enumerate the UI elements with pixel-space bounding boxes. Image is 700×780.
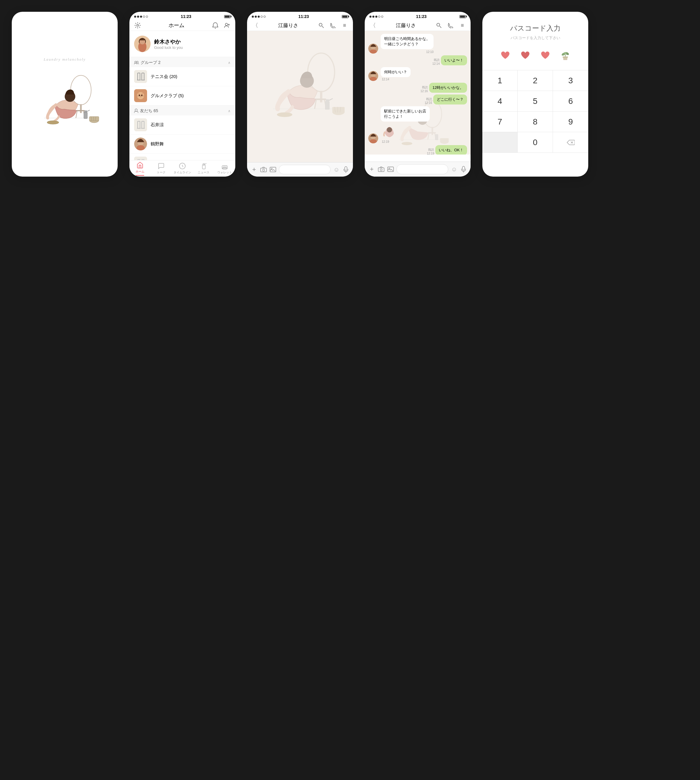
passcode-dot-3	[540, 50, 551, 61]
svg-line-66	[182, 166, 183, 167]
chat-search-icon[interactable]	[318, 22, 325, 29]
image-icon[interactable]	[269, 166, 277, 173]
key-0[interactable]: 0	[518, 132, 553, 153]
dot4	[143, 16, 145, 18]
svg-point-17	[215, 28, 216, 29]
svg-line-69	[205, 164, 207, 164]
passcode-grid: 1 2 3 4 5 6 7 8 9 0	[482, 70, 588, 153]
key-5[interactable]: 5	[518, 91, 553, 112]
svg-rect-80	[315, 99, 326, 100]
settings-icon[interactable]	[134, 22, 141, 29]
camera-icon[interactable]	[260, 166, 267, 173]
woman-illustration	[27, 67, 103, 131]
passcode-dot-2	[520, 50, 531, 61]
profile-section[interactable]: 鈴木さやか Good luck to you	[129, 31, 235, 57]
ishii-avatar	[134, 118, 147, 131]
key-delete[interactable]	[553, 132, 588, 153]
nav-label-wallet: ウォレット	[217, 170, 232, 175]
key-3[interactable]: 3	[553, 70, 588, 91]
friends-chevron: ∧	[228, 109, 231, 113]
other-avatar-6	[368, 134, 378, 144]
nav-item-wallet[interactable]: ウォレット	[214, 162, 235, 175]
svg-point-99	[437, 23, 440, 26]
dot3	[140, 16, 142, 18]
bubble-7: いいね、OK！	[435, 145, 467, 155]
groups-section-header[interactable]: グループ 2 ∧	[129, 57, 235, 67]
chat-phone-icon[interactable]	[329, 22, 337, 29]
message-input-2[interactable]	[397, 164, 448, 174]
groups-chevron: ∧	[228, 61, 231, 65]
bubble-5: どこに行く〜？	[433, 95, 467, 105]
home-title: ホーム	[168, 22, 184, 29]
svg-rect-97	[345, 167, 347, 170]
groups-label: グループ 2	[141, 60, 161, 65]
emoji-icon[interactable]: ☺	[333, 166, 340, 173]
svg-rect-9	[84, 111, 87, 112]
key-1[interactable]: 1	[482, 70, 518, 91]
nav-item-timeline[interactable]: タイムライン	[172, 162, 193, 175]
back-button-messages[interactable]: 〈	[369, 22, 377, 29]
group-item-tennis[interactable]: テニス会 (20)	[129, 67, 235, 86]
chat-contact-name: 江藤りさ	[278, 22, 298, 29]
time-display: 11:23	[181, 14, 192, 19]
illustration-panel: Laundry melancholy	[12, 12, 118, 177]
nav-label-talk: トーク	[157, 170, 166, 175]
dot2	[137, 16, 139, 18]
profile-info: 鈴木さやか Good luck to you	[154, 38, 183, 50]
svg-line-87	[329, 99, 333, 101]
chat-messages-time: 11:23	[416, 14, 427, 19]
bell-icon[interactable]	[212, 22, 219, 29]
friends-section-header[interactable]: 友だち 65 ∧	[129, 105, 235, 115]
key-8[interactable]: 8	[518, 112, 553, 132]
chat-messages-contact: 江藤りさ	[396, 22, 416, 29]
tsuruno-name: 鶴野舞	[151, 141, 164, 147]
svg-line-72	[223, 166, 223, 169]
svg-point-84	[277, 112, 292, 117]
message-text-1: 明日昼ごろ時間あるかな。一緒にランチどう？	[384, 37, 430, 46]
key-9[interactable]: 9	[553, 112, 588, 132]
svg-rect-8	[84, 112, 87, 119]
camera-icon-2[interactable]	[378, 166, 385, 173]
nav-item-home[interactable]: ホーム	[129, 162, 151, 176]
mic-icon-2[interactable]	[460, 166, 467, 173]
messages-menu-icon[interactable]: ≡	[459, 22, 466, 29]
contact-item-ishii[interactable]: 石井涼	[129, 115, 235, 135]
svg-line-74	[226, 166, 226, 169]
key-4[interactable]: 4	[482, 91, 518, 112]
nav-item-talk[interactable]: トーク	[151, 162, 172, 175]
battery-icon-chat	[342, 15, 348, 18]
chat-header-nav: 〈 江藤りさ ≡	[247, 20, 353, 31]
add-friend-icon[interactable]	[223, 22, 231, 29]
group-item-gourmet[interactable]: グルメクラブ (5)	[129, 86, 235, 105]
chat-menu-icon[interactable]: ≡	[341, 22, 348, 29]
svg-rect-43	[134, 118, 147, 131]
passcode-dot-1	[500, 50, 511, 61]
message-input[interactable]	[279, 165, 331, 174]
plus-icon[interactable]: +	[251, 166, 258, 173]
svg-point-37	[137, 92, 144, 99]
tennis-group-name: テニス会 (20)	[151, 74, 177, 80]
message-row-1: 明日昼ごろ時間あるかな。一緒にランチどう？ 12:10	[368, 34, 467, 53]
svg-point-77	[308, 53, 335, 92]
svg-rect-78	[320, 91, 322, 102]
messages-phone-icon[interactable]	[447, 22, 454, 29]
message-row-5: 既読 12:16 どこに行く〜？	[368, 95, 467, 105]
nav-item-news[interactable]: ニュース	[193, 162, 214, 175]
image-icon-2[interactable]	[387, 166, 394, 173]
key-7[interactable]: 7	[482, 112, 518, 132]
emoji-icon-2[interactable]: ☺	[451, 166, 458, 173]
contact-item-tsuruno[interactable]: 鶴野舞	[129, 135, 235, 154]
nav-label-news: ニュース	[198, 170, 209, 175]
svg-point-26	[137, 61, 138, 63]
svg-line-100	[440, 26, 441, 28]
signal-dots	[252, 16, 266, 18]
messages-search-icon[interactable]	[435, 22, 442, 29]
profile-avatar	[134, 36, 151, 52]
key-2[interactable]: 2	[518, 70, 553, 91]
passcode-screen: パスコード入力 パスコードを入力して下さい	[482, 12, 588, 177]
mic-icon[interactable]	[342, 166, 349, 173]
back-button[interactable]: 〈	[252, 22, 259, 29]
passcode-dot-4	[560, 50, 571, 61]
key-6[interactable]: 6	[553, 91, 588, 112]
plus-icon-2[interactable]: +	[368, 166, 375, 173]
